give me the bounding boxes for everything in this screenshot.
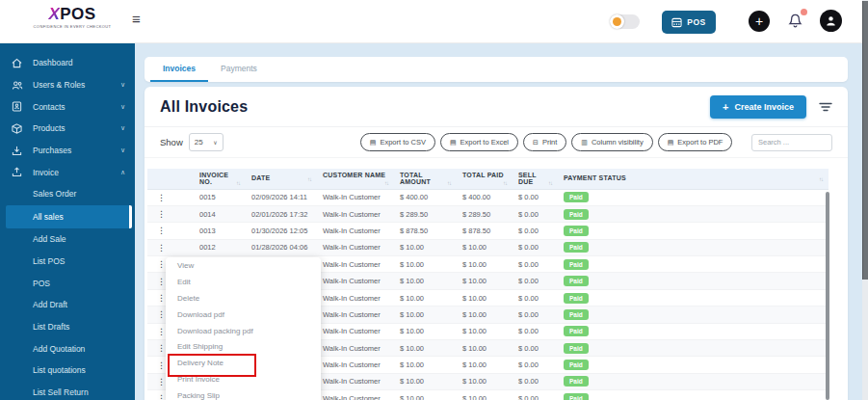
column-total-amount[interactable]: TOTAL AMOUNT↑↓: [394, 169, 457, 189]
row-actions-icon[interactable]: ⋮: [153, 193, 166, 202]
sidebar-submenu-item[interactable]: Sales Order: [0, 183, 135, 205]
export-button[interactable]: ▤ Export to CSV: [360, 133, 435, 151]
sidebar-submenu-item[interactable]: List Drafts: [0, 316, 135, 338]
row-actions-icon[interactable]: ⋮: [153, 360, 166, 370]
export-button[interactable]: ▤ Export to Excel: [440, 133, 518, 151]
brand-logo[interactable]: XPOS CONFIDENCE IN EVERY CHECKOUT: [29, 6, 116, 29]
tab-invoices[interactable]: Invoices: [150, 57, 208, 82]
cell-sell-due: $ 0.00: [513, 357, 558, 373]
sort-icon[interactable]: ↑↓: [503, 180, 507, 186]
column-customer-name[interactable]: CUSTOMER NAME↑↓: [317, 169, 394, 189]
sidebar-item-label: Dashboard: [33, 58, 125, 67]
column-total-paid[interactable]: TOTAL PAID↑↓: [457, 169, 513, 189]
sidebar-submenu-item[interactable]: All sales: [6, 205, 132, 228]
quick-add-button[interactable]: +: [749, 11, 770, 32]
notification-badge: [801, 9, 807, 15]
column-payment-status[interactable]: PAYMENT STATUS↑↓: [558, 169, 829, 189]
row-actions-icon[interactable]: ⋮: [153, 293, 166, 303]
sidebar-submenu-item[interactable]: List Sell Return: [0, 382, 135, 400]
export-buttons-group: ▤ Export to CSV ▤ Export to Excel ⊟ Prin…: [360, 133, 733, 151]
sidebar-item-contacts[interactable]: Contacts ∨: [0, 95, 135, 118]
cell-total-paid: $ 400.00: [457, 189, 513, 205]
row-actions-icon[interactable]: ⋮: [153, 277, 166, 286]
cell-customer-name: Walk-In Customer: [317, 239, 394, 255]
context-menu-item[interactable]: Edit: [166, 275, 321, 291]
sidebar-submenu-item[interactable]: List quotations: [0, 360, 135, 382]
sort-icon[interactable]: ↑↓: [819, 176, 823, 182]
export-button[interactable]: ⊟ Print: [523, 133, 566, 151]
sidebar-submenu-item[interactable]: Add Quotation: [0, 337, 135, 360]
context-menu-item[interactable]: Delivery Note: [166, 356, 321, 372]
cell-invoice-no: 0014: [194, 205, 246, 222]
row-actions-icon[interactable]: ⋮: [153, 209, 166, 219]
sidebar-submenu-item[interactable]: Add Sale: [0, 228, 135, 251]
sidebar-item-invoice[interactable]: Invoice ∧: [0, 161, 135, 183]
cell-sell-due: $ 0.00: [513, 340, 558, 357]
sidebar-item-purchases[interactable]: Purchases ∨: [0, 140, 135, 162]
row-actions-icon[interactable]: ⋮: [153, 243, 166, 253]
chevron-down-icon: ∨: [120, 81, 125, 89]
context-menu-item[interactable]: Packing Slip: [166, 388, 321, 400]
user-avatar[interactable]: [820, 10, 842, 32]
sidebar-item-dashboard[interactable]: Dashboard: [0, 52, 135, 74]
chevron-down-icon: ∨: [120, 103, 125, 111]
cell-customer-name: Walk-In Customer: [317, 373, 394, 389]
sidebar-item-products[interactable]: Products ∨: [0, 118, 135, 140]
sidebar-submenu-item[interactable]: POS: [0, 272, 135, 294]
show-entries-select[interactable]: 25 ∨: [189, 133, 224, 151]
cell-payment-status: Paid: [558, 289, 829, 306]
row-actions-icon[interactable]: ⋮: [153, 327, 166, 336]
table-controls: Show 25 ∨ ▤ Export to CSV ▤ Export to Ex…: [145, 127, 848, 158]
row-actions-icon[interactable]: ⋮: [153, 377, 166, 387]
context-menu-item[interactable]: Download pdf: [166, 307, 321, 324]
table-scrollbar[interactable]: [826, 192, 829, 400]
menu-icon[interactable]: ≡: [132, 11, 141, 27]
status-badge: Paid: [564, 360, 589, 370]
cell-total-amount: $ 10.00: [394, 239, 457, 255]
create-invoice-button[interactable]: + Create Invoice: [710, 95, 806, 119]
sort-icon[interactable]: ↑↓: [384, 180, 388, 186]
export-button[interactable]: ▥ Column visibility: [571, 133, 652, 151]
products-icon: [12, 123, 24, 134]
cell-total-paid: $ 10.00: [457, 323, 513, 339]
row-actions-icon[interactable]: ⋮: [153, 393, 166, 400]
tab-payments[interactable]: Payments: [208, 57, 270, 82]
row-actions-icon[interactable]: ⋮: [153, 226, 166, 235]
notifications-button[interactable]: [787, 13, 806, 32]
brand-x: X: [48, 5, 60, 23]
sidebar-submenu-item[interactable]: List POS: [0, 251, 135, 273]
cell-payment-status: Paid: [558, 256, 829, 273]
row-actions-icon[interactable]: ⋮: [153, 343, 166, 353]
column-sell-due[interactable]: SELL DUE↑↓: [513, 169, 558, 189]
pos-button[interactable]: POS: [662, 11, 716, 34]
pos-button-label: POS: [687, 17, 705, 27]
sidebar-item-users-roles[interactable]: Users & Roles ∨: [0, 74, 135, 96]
sort-icon[interactable]: ↑↓: [548, 180, 552, 186]
row-actions-icon[interactable]: ⋮: [153, 309, 166, 319]
page-scrollbar[interactable]: [862, 0, 868, 400]
context-menu-item[interactable]: Print Invoice: [166, 372, 321, 388]
cell-sell-due: $ 0.00: [513, 189, 558, 205]
context-menu-item[interactable]: Delete: [166, 291, 321, 307]
export-button[interactable]: ▤ Export to PDF: [658, 133, 733, 151]
filter-icon[interactable]: [819, 101, 832, 113]
theme-toggle[interactable]: [610, 14, 640, 29]
context-menu-item[interactable]: View: [166, 258, 321, 275]
sidebar-item-label: Purchases: [33, 146, 120, 155]
page-scrollbar-thumb[interactable]: [862, 1, 868, 280]
column-date[interactable]: DATE↑↓: [246, 169, 317, 189]
tab-bar: Invoices Payments: [145, 57, 848, 82]
cell-sell-due: $ 0.00: [513, 273, 558, 289]
sidebar-submenu-item[interactable]: Add Draft: [0, 294, 135, 316]
search-input[interactable]: [751, 134, 832, 151]
cell-total-amount: $ 289.50: [394, 205, 457, 222]
sort-icon[interactable]: ↑↓: [447, 180, 451, 186]
column-invoice-no[interactable]: INVOICE NO.↑↓: [194, 169, 246, 189]
status-badge: Paid: [564, 209, 589, 220]
row-actions-icon[interactable]: ⋮: [153, 259, 166, 269]
context-menu-item[interactable]: Download packing pdf: [166, 324, 321, 340]
sort-icon[interactable]: ↑↓: [307, 176, 311, 182]
export-button-label: Column visibility: [592, 138, 644, 147]
pos-terminal-icon: [671, 17, 682, 28]
sort-icon[interactable]: ↑↓: [236, 180, 240, 186]
